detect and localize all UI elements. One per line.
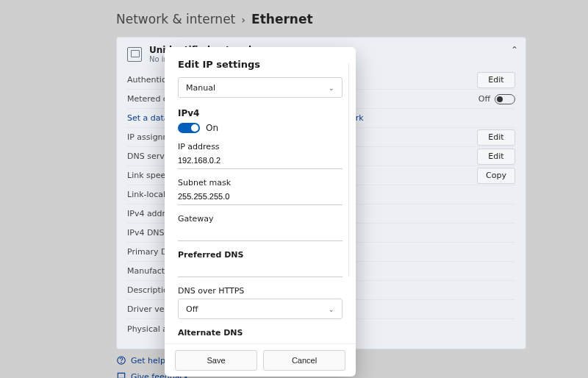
doh-value: Off: [186, 304, 198, 314]
monitor-icon: [127, 47, 142, 62]
doh-select[interactable]: Off ⌄: [178, 299, 343, 319]
chevron-down-icon: ⌄: [329, 84, 334, 92]
collapse-icon[interactable]: ⌃: [511, 45, 518, 55]
ip-mode-select[interactable]: Manual ⌄: [178, 77, 343, 98]
svg-point-1: [121, 363, 122, 363]
cancel-button[interactable]: Cancel: [263, 350, 345, 371]
scrollbar[interactable]: [348, 63, 353, 277]
ip-address-label: IP address: [178, 142, 343, 151]
ipv4-section-label: IPv4: [178, 108, 343, 118]
save-button[interactable]: Save: [175, 350, 257, 371]
edit-ip-button[interactable]: Edit: [477, 129, 515, 146]
copy-button[interactable]: Copy: [477, 168, 515, 184]
alternate-dns-label: Alternate DNS: [178, 328, 343, 338]
ipv4-toggle-state: On: [206, 123, 218, 133]
doh-label: DNS over HTTPS: [178, 286, 343, 296]
ip-address-input[interactable]: [178, 151, 343, 169]
breadcrumb: Network & internet › Ethernet: [116, 12, 528, 26]
metered-toggle[interactable]: [495, 94, 515, 104]
chevron-right-icon: ›: [241, 14, 245, 26]
ipv4-toggle[interactable]: [178, 123, 200, 133]
edit-button[interactable]: Edit: [477, 72, 515, 88]
edit-dns-button[interactable]: Edit: [477, 149, 515, 165]
breadcrumb-parent[interactable]: Network & internet: [116, 12, 235, 26]
metered-off-label: Off: [478, 94, 490, 104]
subnet-input[interactable]: [178, 188, 343, 205]
help-icon: [116, 355, 126, 365]
breadcrumb-current: Ethernet: [251, 12, 313, 26]
preferred-dns-input[interactable]: [178, 260, 343, 277]
chevron-down-icon: ⌄: [329, 305, 334, 313]
gateway-input[interactable]: [178, 224, 343, 241]
gateway-label: Gateway: [178, 214, 343, 224]
ip-mode-value: Manual: [186, 83, 215, 93]
preferred-dns-label: Preferred DNS: [178, 250, 343, 260]
subnet-label: Subnet mask: [178, 178, 343, 188]
dialog-title: Edit IP settings: [178, 59, 343, 70]
edit-ip-dialog: Edit IP settings Manual ⌄ IPv4 On IP add…: [165, 47, 356, 377]
feedback-icon: [116, 371, 126, 378]
